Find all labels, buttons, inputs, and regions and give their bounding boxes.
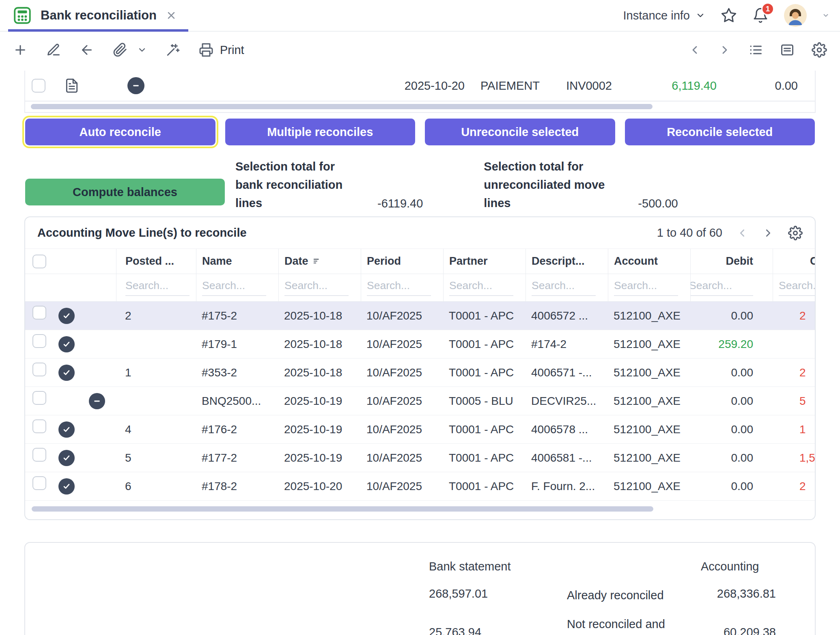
pagination-next-icon[interactable] bbox=[762, 227, 774, 239]
move-line-row[interactable]: 6 #178-2 2025-10-20 10/AF2025 T0001 - AP… bbox=[25, 472, 815, 501]
paperclip-icon[interactable] bbox=[113, 43, 127, 57]
select-all-checkbox[interactable] bbox=[32, 255, 46, 268]
statement-horizontal-scrollbar[interactable] bbox=[25, 102, 815, 112]
move-line-row[interactable]: 4 #176-2 2025-10-19 10/AF2025 T0001 - AP… bbox=[25, 415, 815, 444]
row-checkbox[interactable] bbox=[32, 419, 46, 433]
grid-settings-gear-icon[interactable] bbox=[788, 226, 803, 240]
cell-credit: 1,5 bbox=[773, 444, 815, 472]
statement-line-checkbox[interactable] bbox=[32, 79, 45, 93]
tab-title: Bank reconciliation bbox=[41, 8, 157, 23]
toolbar-right bbox=[688, 42, 827, 58]
column-header-description[interactable]: Descript... bbox=[526, 249, 608, 274]
move-line-row[interactable]: BNQ2500... 2025-10-19 10/AF2025 T0005 - … bbox=[25, 387, 815, 415]
not-reconciled-bank-value: 25,763.94 bbox=[429, 616, 567, 635]
row-checkbox[interactable] bbox=[32, 334, 46, 348]
statement-credit-amount: 0.00 bbox=[717, 79, 798, 93]
cell-description: #174-2 bbox=[526, 330, 608, 359]
row-checkbox[interactable] bbox=[32, 448, 46, 462]
move-line-row[interactable]: #179-1 2025-10-18 10/AF2025 T0001 - APC … bbox=[25, 330, 815, 359]
cell-debit: 0.00 bbox=[690, 387, 773, 415]
cell-posted bbox=[116, 387, 196, 415]
search-posted-input[interactable] bbox=[125, 279, 190, 296]
already-reconciled-accounting-value: 268,336.81 bbox=[701, 587, 776, 600]
move-line-row[interactable]: 2 #175-2 2025-10-18 10/AF2025 T0001 - AP… bbox=[25, 302, 815, 330]
balance-summary-panel: Bank statement Accounting 268,597.01 Alr… bbox=[24, 542, 816, 635]
cell-name: #353-2 bbox=[196, 359, 278, 387]
search-description-input[interactable] bbox=[532, 279, 596, 296]
attachments-chevron-down-icon[interactable] bbox=[137, 45, 147, 55]
back-arrow-icon[interactable] bbox=[80, 43, 94, 57]
cell-posted: 4 bbox=[116, 415, 196, 444]
compute-balances-button[interactable]: Compute balances bbox=[25, 179, 225, 205]
move-line-row[interactable]: 5 #177-2 2025-10-19 10/AF2025 T0001 - AP… bbox=[25, 444, 815, 472]
column-header-period[interactable]: Period bbox=[361, 249, 443, 274]
statement-line-row[interactable]: 2025-10-20 PAIEMENT INV0002 6,119.40 0.0… bbox=[25, 71, 815, 102]
cell-partner: T0001 - APC bbox=[443, 444, 526, 472]
new-record-plus-icon[interactable] bbox=[13, 43, 28, 57]
accounting-column-header: Accounting bbox=[701, 560, 776, 573]
column-header-partner[interactable]: Partner bbox=[443, 249, 526, 274]
tab-bank-reconciliation[interactable]: Bank reconciliation bbox=[11, 0, 188, 31]
row-checkbox[interactable] bbox=[32, 391, 46, 405]
already-reconciled-bank-value: 268,597.01 bbox=[429, 587, 567, 600]
column-header-account[interactable]: Account bbox=[608, 249, 690, 274]
column-header-date[interactable]: Date bbox=[278, 249, 361, 274]
close-tab-icon[interactable] bbox=[166, 10, 177, 21]
previous-record-chevron-icon[interactable] bbox=[688, 43, 701, 56]
next-record-chevron-icon[interactable] bbox=[718, 43, 731, 56]
pagination-prev-icon[interactable] bbox=[736, 227, 748, 239]
reconciled-check-icon bbox=[58, 478, 75, 495]
favorite-star-icon[interactable] bbox=[721, 7, 737, 24]
document-file-icon[interactable] bbox=[64, 78, 80, 93]
cell-period: 10/AF2025 bbox=[361, 387, 443, 415]
multiple-reconciles-button[interactable]: Multiple reconciles bbox=[225, 119, 416, 145]
cell-period: 10/AF2025 bbox=[361, 415, 443, 444]
table-horizontal-scrollbar[interactable] bbox=[25, 501, 815, 515]
scrollbar-thumb[interactable] bbox=[32, 506, 653, 512]
column-header-posted[interactable]: Posted ... bbox=[116, 249, 196, 274]
search-debit-input[interactable] bbox=[690, 279, 753, 296]
move-lines-total-value: -500.00 bbox=[638, 197, 678, 212]
row-checkbox[interactable] bbox=[32, 363, 46, 376]
reconcile-selected-button[interactable]: Reconcile selected bbox=[625, 119, 815, 145]
scrollbar-thumb[interactable] bbox=[31, 104, 653, 109]
list-view-icon[interactable] bbox=[748, 43, 763, 57]
bank-statement-lines-table: 2025-10-20 PAIEMENT INV0002 6,119.40 0.0… bbox=[24, 71, 816, 113]
search-name-input[interactable] bbox=[202, 279, 266, 296]
cell-account: 512100_AXE bbox=[608, 302, 690, 330]
settings-gear-icon[interactable] bbox=[812, 42, 827, 58]
row-checkbox[interactable] bbox=[32, 476, 46, 490]
user-menu-chevron-icon[interactable] bbox=[822, 12, 829, 19]
unreconcile-minus-icon[interactable] bbox=[127, 77, 144, 94]
cell-date: 2025-10-19 bbox=[278, 415, 361, 444]
magic-wand-icon[interactable] bbox=[166, 43, 180, 57]
calculator-app-icon bbox=[13, 6, 32, 25]
cell-period: 10/AF2025 bbox=[361, 444, 443, 472]
instance-info-menu[interactable]: Instance info bbox=[623, 9, 705, 22]
column-header-name[interactable]: Name bbox=[196, 249, 278, 274]
cell-name: #175-2 bbox=[196, 302, 278, 330]
cell-posted: 2 bbox=[116, 302, 196, 330]
search-account-input[interactable] bbox=[614, 279, 678, 296]
column-header-debit[interactable]: Debit bbox=[690, 249, 773, 274]
unreconcile-selected-button[interactable]: Unreconcile selected bbox=[425, 119, 615, 145]
reconciled-check-icon bbox=[58, 308, 75, 324]
cell-partner: T0001 - APC bbox=[443, 330, 526, 359]
column-header-credit[interactable]: Credit bbox=[773, 249, 815, 274]
search-period-input[interactable] bbox=[367, 279, 431, 296]
notifications-bell-icon[interactable]: 1 bbox=[752, 7, 769, 24]
row-checkbox[interactable] bbox=[32, 306, 46, 320]
search-date-input[interactable] bbox=[284, 279, 349, 296]
edit-pencil-icon[interactable] bbox=[46, 43, 61, 57]
search-partner-input[interactable] bbox=[449, 279, 513, 296]
detail-view-icon[interactable] bbox=[780, 43, 795, 57]
search-credit-input[interactable] bbox=[779, 279, 815, 296]
cell-name: #178-2 bbox=[196, 472, 278, 501]
print-button[interactable]: Print bbox=[199, 43, 244, 57]
cell-date: 2025-10-18 bbox=[278, 330, 361, 359]
not-reconciled-accounting-value: 60,209.38 bbox=[701, 616, 776, 635]
user-avatar[interactable] bbox=[784, 4, 807, 27]
cell-description: 4006578 ... bbox=[526, 415, 608, 444]
auto-reconcile-button[interactable]: Auto reconcile bbox=[25, 119, 215, 145]
move-line-row[interactable]: 1 #353-2 2025-10-18 10/AF2025 T0001 - AP… bbox=[25, 359, 815, 387]
